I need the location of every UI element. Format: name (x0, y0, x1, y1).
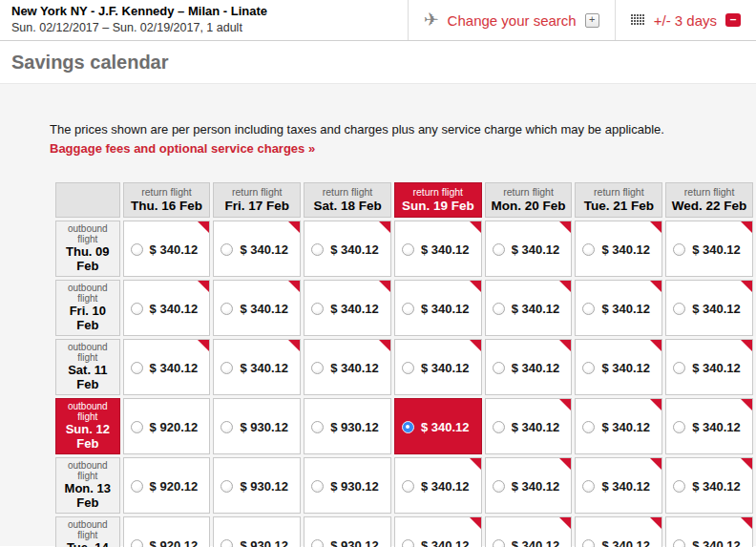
outbound-date-header: outbound flightTue. 14 Feb (55, 516, 120, 547)
fare-radio[interactable] (493, 243, 505, 256)
price-cell[interactable]: $ 340.12 (575, 280, 662, 336)
price-cell[interactable]: $ 930.12 (213, 457, 301, 514)
fare-radio[interactable] (673, 303, 685, 315)
fare-radio[interactable] (131, 243, 143, 256)
fare-radio[interactable] (311, 362, 324, 374)
price-cell[interactable]: $ 930.12 (213, 516, 301, 547)
fare-radio[interactable] (131, 362, 143, 374)
price-cell[interactable]: $ 340.12 (123, 221, 211, 277)
price-cell[interactable]: $ 340.12 (213, 221, 301, 277)
fare-price: $ 340.12 (601, 242, 650, 257)
fare-radio[interactable] (582, 480, 595, 493)
price-cell[interactable]: $ 340.12 (575, 398, 662, 454)
fare-radio[interactable] (311, 243, 324, 256)
price-cell[interactable]: $ 340.12 (665, 339, 753, 395)
fare-radio[interactable] (673, 362, 685, 374)
price-cell[interactable]: $ 340.12 (394, 398, 482, 454)
fare-radio[interactable] (493, 303, 505, 315)
fare-radio[interactable] (493, 480, 505, 493)
fare-radio[interactable] (311, 421, 324, 433)
price-cell[interactable]: $ 340.12 (304, 221, 391, 277)
fare-radio[interactable] (220, 303, 233, 315)
fare-radio[interactable] (582, 303, 595, 315)
price-cell[interactable]: $ 340.12 (665, 221, 753, 277)
fare-radio[interactable] (311, 480, 324, 493)
price-cell[interactable]: $ 340.12 (394, 339, 482, 395)
fare-price: $ 340.12 (240, 361, 288, 375)
fare-radio[interactable] (311, 539, 324, 547)
price-cell[interactable]: $ 340.12 (304, 339, 391, 395)
price-cell[interactable]: $ 340.12 (485, 398, 573, 454)
fare-radio[interactable] (673, 421, 685, 433)
price-cell[interactable]: $ 340.12 (665, 398, 753, 454)
price-cell[interactable]: $ 340.12 (485, 339, 573, 395)
fare-radio[interactable] (673, 539, 685, 547)
price-cell[interactable]: $ 930.12 (304, 457, 391, 514)
price-cell[interactable]: $ 340.12 (575, 516, 662, 547)
outbound-date: Fri. 10 Feb (58, 304, 117, 332)
price-cell[interactable]: $ 340.12 (485, 516, 573, 547)
fare-radio[interactable] (402, 480, 414, 493)
fare-radio[interactable] (493, 539, 505, 547)
fare-radio[interactable] (220, 480, 233, 493)
fare-radio[interactable] (582, 362, 595, 374)
plus-minus-days-toggle[interactable]: +/- 3 days – (615, 0, 756, 40)
fare-radio[interactable] (582, 539, 595, 547)
price-cell[interactable]: $ 340.12 (575, 457, 662, 514)
fare-radio[interactable] (131, 421, 143, 433)
price-cell[interactable]: $ 340.12 (665, 280, 753, 336)
price-cell[interactable]: $ 340.12 (213, 339, 301, 395)
price-cell[interactable]: $ 340.12 (575, 339, 662, 395)
return-date: Thu. 16 Feb (126, 199, 208, 213)
fare-radio[interactable] (493, 421, 505, 433)
fare-radio[interactable] (402, 243, 414, 256)
fare-radio[interactable] (493, 362, 505, 374)
price-cell[interactable]: $ 930.12 (213, 398, 301, 454)
fare-radio[interactable] (402, 539, 414, 547)
fare-radio[interactable] (131, 303, 143, 315)
fare-radio[interactable] (582, 243, 595, 256)
price-cell[interactable]: $ 340.12 (304, 280, 391, 336)
fare-radio[interactable] (402, 303, 414, 315)
price-cell[interactable]: $ 920.12 (123, 457, 211, 514)
price-cell[interactable]: $ 930.12 (304, 516, 391, 547)
fare-price: $ 340.12 (421, 538, 470, 547)
price-cell[interactable]: $ 920.12 (123, 398, 211, 454)
price-cell[interactable]: $ 340.12 (123, 280, 211, 336)
price-cell[interactable]: $ 340.12 (394, 457, 482, 514)
price-cell[interactable]: $ 340.12 (665, 516, 753, 547)
fare-radio[interactable] (402, 421, 414, 433)
collapse-icon[interactable]: – (725, 13, 741, 27)
fare-price: $ 920.12 (150, 420, 199, 434)
outbound-date-header: outbound flightSat. 11 Feb (55, 339, 120, 395)
fare-radio[interactable] (402, 362, 414, 374)
fare-radio[interactable] (582, 421, 595, 433)
price-cell[interactable]: $ 340.12 (665, 457, 753, 514)
price-cell[interactable]: $ 340.12 (213, 280, 301, 336)
price-cell[interactable]: $ 340.12 (394, 221, 482, 277)
fare-radio[interactable] (673, 480, 685, 493)
fare-price: $ 930.12 (240, 538, 288, 547)
fare-radio[interactable] (311, 303, 324, 315)
price-cell[interactable]: $ 340.12 (123, 339, 211, 395)
expand-icon[interactable]: + (585, 13, 599, 28)
price-cell[interactable]: $ 340.12 (394, 516, 482, 547)
baggage-fees-link[interactable]: Baggage fees and optional service charge… (50, 141, 315, 156)
price-cell[interactable]: $ 930.12 (304, 398, 391, 454)
fare-radio[interactable] (220, 421, 233, 433)
price-cell[interactable]: $ 920.12 (123, 516, 211, 547)
change-search-button[interactable]: ✈ Change your search + (408, 0, 615, 40)
price-cell[interactable]: $ 340.12 (394, 280, 482, 336)
fare-radio[interactable] (131, 539, 143, 547)
fare-radio[interactable] (220, 362, 233, 374)
fare-price: $ 340.12 (512, 302, 560, 316)
price-cell[interactable]: $ 340.12 (485, 221, 573, 277)
fare-radio[interactable] (220, 243, 233, 256)
fare-price: $ 930.12 (240, 479, 288, 494)
price-cell[interactable]: $ 340.12 (575, 221, 662, 277)
fare-radio[interactable] (131, 480, 143, 493)
fare-radio[interactable] (673, 243, 685, 256)
fare-radio[interactable] (220, 539, 233, 547)
price-cell[interactable]: $ 340.12 (485, 280, 573, 336)
price-cell[interactable]: $ 340.12 (485, 457, 573, 514)
